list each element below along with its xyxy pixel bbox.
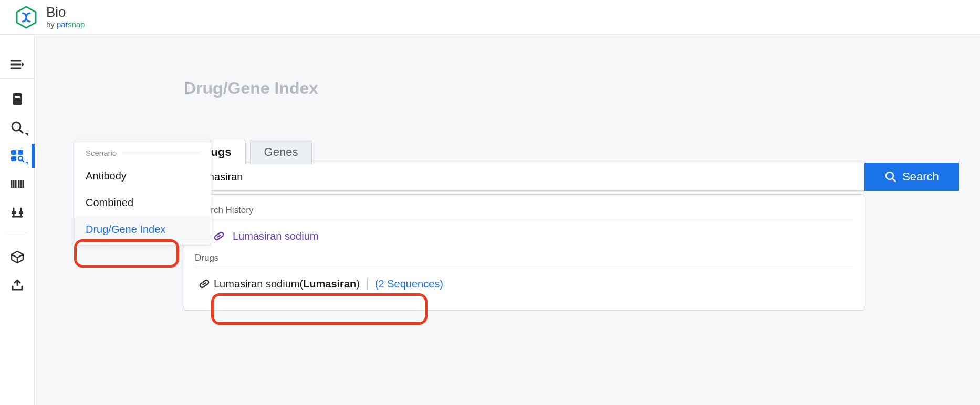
nav-tools-icon[interactable] (0, 198, 35, 227)
brand-title: Bio (46, 5, 85, 19)
dropdown-header: Scenario (75, 140, 211, 163)
sequences-link[interactable]: (2 Sequences) (375, 278, 443, 290)
dropdown-item-drug-gene-index[interactable]: Drug/Gene Index (75, 216, 211, 243)
left-nav-rail (0, 35, 35, 405)
search-history-label: Search History (195, 202, 853, 220)
svg-rect-9 (19, 211, 23, 214)
history-item-text[interactable]: Lumasiran sodium (233, 230, 318, 242)
nav-document-icon[interactable] (0, 85, 35, 113)
svg-rect-1 (13, 93, 22, 105)
nav-collapse-icon[interactable] (0, 50, 35, 79)
drug-item-text[interactable]: Lumasiran sodium(Lumasiran) (214, 278, 360, 290)
tab-genes[interactable]: Genes (250, 140, 312, 164)
search-button[interactable]: Search (864, 163, 959, 191)
nav-barcode-icon[interactable] (0, 170, 35, 198)
search-icon (884, 170, 897, 183)
search-input[interactable] (184, 163, 864, 191)
brand-block: Bio by patsnap (46, 5, 85, 29)
divider (367, 278, 368, 290)
dropdown-item-antibody[interactable]: Antibody (75, 163, 211, 189)
rail-divider (8, 233, 27, 233)
svg-rect-5 (18, 150, 23, 155)
pill-icon (210, 230, 228, 242)
nav-dashboard-icon[interactable] (0, 142, 35, 170)
scenario-dropdown: Scenario Antibody Combined Drug/Gene Ind… (75, 140, 211, 246)
nav-cube-icon[interactable] (0, 243, 35, 271)
pill-icon (195, 278, 214, 290)
main-area: Drug/Gene Index Scenario Antibody Combin… (35, 35, 980, 405)
app-logo-icon (14, 5, 39, 30)
svg-rect-8 (12, 211, 16, 214)
dropdown-item-combined[interactable]: Combined (75, 189, 211, 216)
svg-rect-4 (11, 150, 16, 155)
search-bar: Search (184, 163, 959, 191)
app-header: Bio by patsnap (0, 0, 980, 35)
nav-upload-icon[interactable] (0, 271, 35, 300)
brand-byline: by patsnap (46, 20, 85, 29)
svg-rect-6 (11, 156, 16, 161)
search-button-label: Search (902, 170, 939, 184)
nav-search-icon[interactable] (0, 113, 35, 142)
page-title: Drug/Gene Index (184, 79, 318, 98)
history-row[interactable]: Lumasiran sodium (195, 220, 853, 250)
drug-row[interactable]: Lumasiran sodium(Lumasiran) (2 Sequences… (195, 268, 853, 297)
results-panel: Search History Lumasiran sodium Drugs Lu… (184, 194, 864, 311)
svg-rect-2 (15, 96, 20, 98)
drugs-label: Drugs (195, 250, 853, 268)
